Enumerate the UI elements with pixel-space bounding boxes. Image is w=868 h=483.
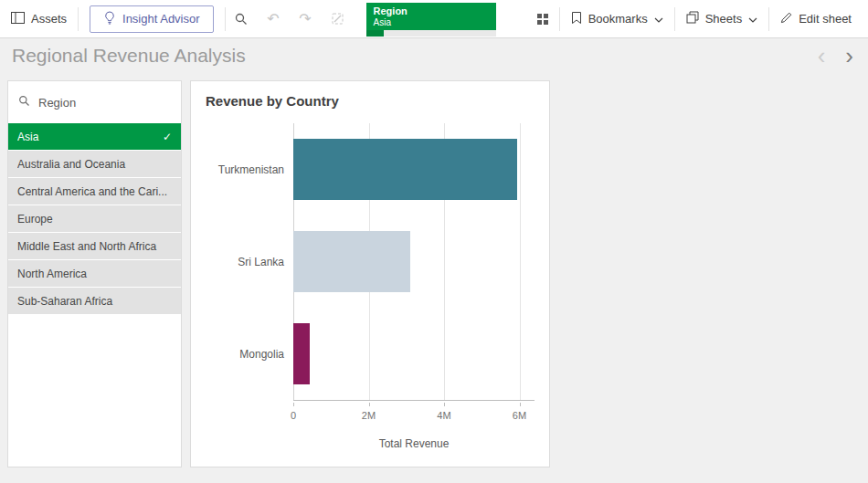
assets-panel-icon xyxy=(11,12,25,26)
bookmarks-button[interactable]: Bookmarks xyxy=(560,0,674,37)
y-category-label: Turkmenistan xyxy=(218,163,284,176)
smart-search-button[interactable] xyxy=(226,0,258,37)
x-axis-title: Total Revenue xyxy=(293,437,535,450)
toolbar-right-group: Bookmarks Sheets Edit sheet xyxy=(527,0,868,37)
y-category-label: Mongolia xyxy=(239,348,284,361)
selection-chip-region[interactable]: Region Asia xyxy=(366,3,496,37)
x-tick-label: 0 xyxy=(291,410,296,421)
filter-item-australia-and-oceania[interactable]: Australia and Oceania xyxy=(8,151,181,177)
x-axis: 02M4M6M xyxy=(293,403,535,425)
pencil-icon xyxy=(780,12,792,26)
search-icon xyxy=(234,12,249,26)
search-icon xyxy=(18,95,30,110)
selection-chip-body: Region Asia xyxy=(366,3,496,30)
lightbulb-icon xyxy=(103,11,116,27)
chart-title: Revenue by Country xyxy=(191,81,549,109)
edit-sheet-button[interactable]: Edit sheet xyxy=(769,0,863,37)
divider xyxy=(78,7,79,31)
undo-button: ↶ xyxy=(258,0,290,37)
edit-sheet-label: Edit sheet xyxy=(799,12,852,26)
check-icon: ✓ xyxy=(163,131,172,143)
undo-icon: ↶ xyxy=(267,10,279,27)
insight-advisor-button[interactable]: Insight Advisor xyxy=(90,5,214,33)
app-objects-button[interactable] xyxy=(527,0,559,37)
filter-item-label: Asia xyxy=(17,131,157,143)
chevron-down-icon xyxy=(654,14,663,25)
filter-item-middle-east-and-north-africa[interactable]: Middle East and North Africa xyxy=(8,233,181,259)
x-tick-label: 6M xyxy=(513,410,526,421)
top-toolbar: Assets Insight Advisor ↶ ↷ Region Asia xyxy=(0,0,868,38)
x-tick-label: 4M xyxy=(437,410,450,421)
bar-mongolia[interactable] xyxy=(293,323,310,384)
insight-advisor-label: Insight Advisor xyxy=(122,12,200,26)
selection-field-value: Asia xyxy=(374,17,489,28)
filter-item-asia[interactable]: Asia✓ xyxy=(8,123,181,150)
clear-selections-icon xyxy=(331,12,344,26)
filter-item-sub-saharan-africa[interactable]: Sub-Saharan Africa xyxy=(8,288,181,314)
x-tick-mark xyxy=(444,403,445,406)
x-tick-label: 2M xyxy=(362,410,376,421)
bar-row-turkmenistan: Turkmenistan xyxy=(293,123,535,215)
next-sheet-icon[interactable]: › xyxy=(845,47,853,65)
bar-chart-revenue-by-country: Revenue by Country TurkmenistanSri Lanka… xyxy=(190,80,550,467)
selection-progress-bar xyxy=(366,30,496,37)
assets-label: Assets xyxy=(31,12,67,26)
bar-row-sri-lanka: Sri Lanka xyxy=(293,215,535,308)
bar-sri-lanka[interactable] xyxy=(293,231,410,292)
x-tick-mark xyxy=(293,403,294,406)
filter-item-europe[interactable]: Europe xyxy=(8,205,181,232)
sheet-content: Region Asia✓Australia and OceaniaCentral… xyxy=(0,73,868,483)
sheets-button[interactable]: Sheets xyxy=(675,0,768,37)
bookmark-icon xyxy=(571,11,582,27)
filter-pane-header[interactable]: Region xyxy=(8,81,181,123)
x-tick-mark xyxy=(520,403,521,406)
filter-item-label: Sub-Saharan Africa xyxy=(17,295,172,308)
plot-area: TurkmenistanSri LankaMongolia xyxy=(293,123,535,401)
filter-item-label: North America xyxy=(17,268,172,280)
sheet-title: Regional Revenue Analysis xyxy=(0,45,818,67)
previous-sheet-icon: ‹ xyxy=(818,47,826,65)
y-category-label: Sri Lanka xyxy=(238,256,284,268)
redo-button: ↷ xyxy=(290,0,322,37)
filter-item-label: Middle East and North Africa xyxy=(17,240,172,253)
selection-field-name: Region xyxy=(374,5,489,17)
bar-turkmenistan[interactable] xyxy=(293,139,517,200)
filter-item-label: Europe xyxy=(17,213,172,226)
bar-row-mongolia: Mongolia xyxy=(293,308,535,400)
selection-progress-fill xyxy=(366,30,385,37)
sheet-navigation: ‹ › xyxy=(818,47,868,65)
assets-button[interactable]: Assets xyxy=(0,0,78,37)
sheets-icon xyxy=(686,11,699,26)
bookmarks-label: Bookmarks xyxy=(588,12,648,26)
x-tick-mark xyxy=(369,403,370,406)
filter-item-label: Central America and the Cari... xyxy=(17,185,172,198)
grid-icon xyxy=(537,14,548,25)
clear-selections-button xyxy=(322,0,354,37)
redo-icon: ↷ xyxy=(299,10,311,27)
filter-pane-title: Region xyxy=(38,96,76,110)
sheet-header: Regional Revenue Analysis ‹ › xyxy=(0,38,868,73)
sheets-label: Sheets xyxy=(705,12,742,26)
chevron-down-icon xyxy=(748,14,757,25)
filter-list: Asia✓Australia and OceaniaCentral Americ… xyxy=(8,123,181,314)
filter-pane-region: Region Asia✓Australia and OceaniaCentral… xyxy=(7,80,182,467)
filter-item-label: Australia and Oceania xyxy=(17,158,172,171)
filter-item-north-america[interactable]: North America xyxy=(8,260,181,287)
filter-item-central-america-and-the-cari[interactable]: Central America and the Cari... xyxy=(8,178,181,205)
